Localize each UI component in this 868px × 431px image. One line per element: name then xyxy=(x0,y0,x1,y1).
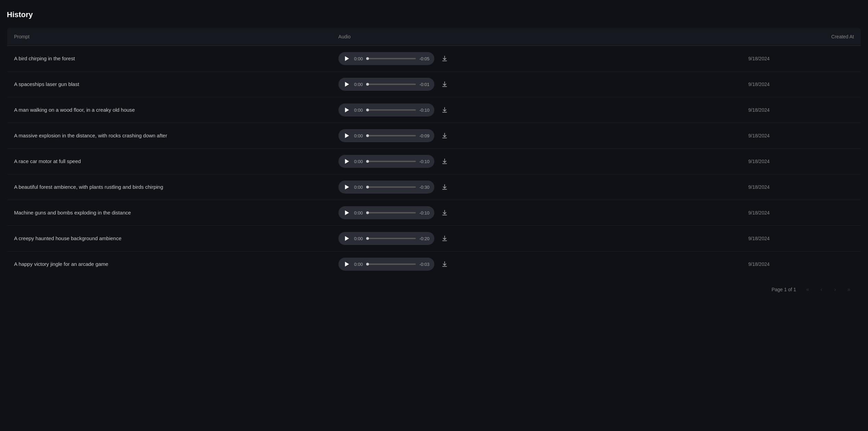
time-duration: -0:10 xyxy=(419,108,430,113)
time-duration: -0:20 xyxy=(419,236,430,241)
download-button[interactable] xyxy=(438,52,451,65)
created-at: 9/18/2024 xyxy=(748,261,769,267)
progress-bar[interactable] xyxy=(366,161,416,162)
time-duration: -0:30 xyxy=(419,185,430,190)
audio-cell: 0:00 -0:10 xyxy=(338,206,735,219)
play-button[interactable] xyxy=(343,55,351,62)
progress-knob xyxy=(366,186,369,188)
progress-knob xyxy=(366,211,369,214)
progress-knob xyxy=(366,237,369,240)
audio-player: 0:00 -0:20 xyxy=(338,232,434,245)
audio-player: 0:00 -0:01 xyxy=(338,78,434,91)
prompt-text: A man walking on a wood floor, in a crea… xyxy=(14,107,135,113)
progress-bar[interactable] xyxy=(366,135,416,136)
download-button[interactable] xyxy=(438,104,451,116)
pagination-last-button[interactable]: » xyxy=(843,284,854,295)
download-icon xyxy=(441,107,448,113)
time-duration: -0:01 xyxy=(419,82,430,87)
audio-player: 0:00 -0:03 xyxy=(338,258,434,271)
download-button[interactable] xyxy=(438,130,451,142)
download-button[interactable] xyxy=(438,207,451,219)
pagination-prev-button[interactable]: ‹ xyxy=(816,284,827,295)
play-button[interactable] xyxy=(343,158,351,165)
time-current: 0:00 xyxy=(354,210,363,216)
created-at: 9/18/2024 xyxy=(748,107,769,113)
download-button[interactable] xyxy=(438,181,451,193)
audio-cell: 0:00 -0:10 xyxy=(338,103,735,116)
table-row: A beautiful forest ambience, with plants… xyxy=(7,174,861,200)
download-icon xyxy=(441,184,448,190)
progress-bar[interactable] xyxy=(366,186,416,188)
play-icon xyxy=(345,262,349,267)
progress-bar[interactable] xyxy=(366,263,416,265)
audio-player: 0:00 -0:10 xyxy=(338,155,434,168)
progress-bar[interactable] xyxy=(366,238,416,239)
time-duration: -0:09 xyxy=(419,133,430,138)
progress-knob xyxy=(366,83,369,86)
download-button[interactable] xyxy=(438,232,451,245)
play-button[interactable] xyxy=(343,209,351,217)
download-icon xyxy=(441,55,448,62)
play-button[interactable] xyxy=(343,106,351,114)
play-button[interactable] xyxy=(343,260,351,268)
table-row: A happy victory jingle for an arcade gam… xyxy=(7,251,861,277)
prompt-text: A race car motor at full speed xyxy=(14,158,81,164)
table-row: Machine guns and bombs exploding in the … xyxy=(7,200,861,226)
download-icon xyxy=(441,209,448,216)
play-icon xyxy=(345,82,349,87)
download-button[interactable] xyxy=(438,78,451,90)
audio-cell: 0:00 -0:30 xyxy=(338,181,735,194)
audio-player: 0:00 -0:05 xyxy=(338,52,434,65)
download-icon xyxy=(441,261,448,268)
progress-bar[interactable] xyxy=(366,109,416,111)
download-button[interactable] xyxy=(438,155,451,168)
table-row: A race car motor at full speed 0:00 -0:1… xyxy=(7,149,861,174)
svg-marker-8 xyxy=(345,262,349,267)
download-icon xyxy=(441,81,448,88)
audio-player: 0:00 -0:30 xyxy=(338,181,434,194)
table-row: A creepy haunted house background ambien… xyxy=(7,226,861,251)
created-at: 9/18/2024 xyxy=(748,159,769,164)
time-current: 0:00 xyxy=(354,82,363,87)
progress-bar[interactable] xyxy=(366,58,416,59)
time-current: 0:00 xyxy=(354,262,363,267)
progress-knob xyxy=(366,57,369,60)
play-button[interactable] xyxy=(343,183,351,191)
audio-cell: 0:00 -0:03 xyxy=(338,258,735,271)
svg-marker-5 xyxy=(345,185,349,189)
prompt-text: A happy victory jingle for an arcade gam… xyxy=(14,261,108,267)
svg-marker-2 xyxy=(345,108,349,112)
play-icon xyxy=(345,159,349,164)
download-button[interactable] xyxy=(438,258,451,270)
play-button[interactable] xyxy=(343,132,351,139)
progress-knob xyxy=(366,160,369,163)
download-icon xyxy=(441,158,448,165)
audio-player: 0:00 -0:10 xyxy=(338,206,434,219)
column-header-prompt: Prompt xyxy=(7,28,332,46)
prompt-text: A spaceships laser gun blast xyxy=(14,81,79,87)
audio-cell: 0:00 -0:10 xyxy=(338,155,735,168)
created-at: 9/18/2024 xyxy=(748,82,769,87)
pagination-first-button[interactable]: « xyxy=(802,284,813,295)
svg-marker-3 xyxy=(345,133,349,138)
time-duration: -0:10 xyxy=(419,210,430,216)
created-at: 9/18/2024 xyxy=(748,236,769,241)
table-row: A massive explosion in the distance, wit… xyxy=(7,123,861,149)
table-row: A bird chirping in the forest 0:00 -0:05 xyxy=(7,46,861,72)
time-duration: -0:03 xyxy=(419,262,430,267)
audio-cell: 0:00 -0:20 xyxy=(338,232,735,245)
play-button[interactable] xyxy=(343,81,351,88)
play-button[interactable] xyxy=(343,235,351,242)
progress-bar[interactable] xyxy=(366,84,416,85)
created-at: 9/18/2024 xyxy=(748,184,769,190)
pagination-next-button[interactable]: › xyxy=(830,284,841,295)
time-current: 0:00 xyxy=(354,185,363,190)
prompt-text: A massive explosion in the distance, wit… xyxy=(14,133,167,138)
svg-marker-7 xyxy=(345,236,349,241)
play-icon xyxy=(345,185,349,189)
download-icon xyxy=(441,235,448,242)
progress-bar[interactable] xyxy=(366,212,416,213)
audio-cell: 0:00 -0:09 xyxy=(338,129,735,142)
play-icon xyxy=(345,133,349,138)
audio-cell: 0:00 -0:01 xyxy=(338,78,735,91)
